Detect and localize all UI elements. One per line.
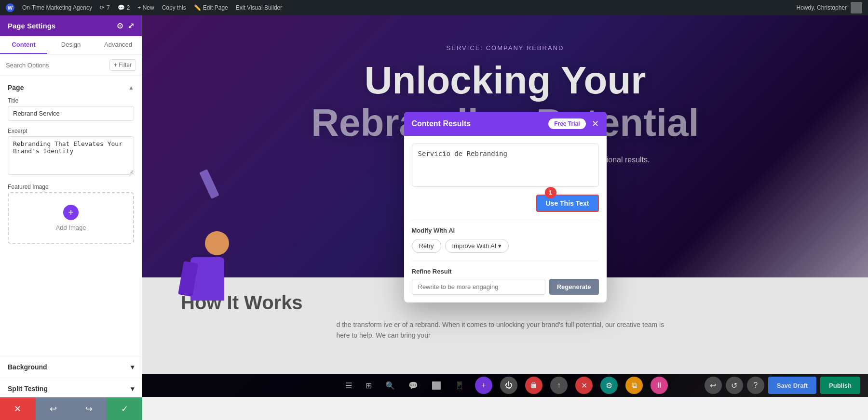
use-this-text-button[interactable]: Use This Text [536,195,599,212]
admin-bar: W On-Time Marketing Agency ⟳ 7 💬 2 + New… [0,0,868,15]
modal-overlay: Content Results Free Trial ✕ Servicio de… [142,15,868,397]
cancel-button[interactable]: ✕ [0,397,36,420]
excerpt-textarea[interactable]: Rebranding That Elevates Your Brand's Id… [8,136,134,175]
sidebar: Page Settings ⊙ ⤢ Content Design Advance… [0,15,142,420]
use-this-text-row: 1 Use This Text [412,195,599,212]
copy-this-button[interactable]: Copy this [162,4,186,11]
edit-page-button[interactable]: ✏️ Edit Page [194,4,228,11]
retry-button[interactable]: Retry [412,239,441,253]
modify-buttons: Retry Improve With AI ▾ [412,239,599,253]
wp-logo: W [6,3,14,12]
page-section-header[interactable]: Page ▲ [8,84,134,92]
content-results-modal: Content Results Free Trial ✕ Servicio de… [404,112,607,302]
admin-bar-right: Howdy, Christopher [797,2,862,13]
sidebar-content: Page ▲ Title Excerpt Rebranding That Ele… [0,76,142,356]
search-input[interactable] [6,62,106,69]
modal-title: Content Results [412,119,471,128]
refine-divider [412,261,599,261]
featured-image-label: Featured Image [8,184,134,190]
sidebar-title: Page Settings [8,22,55,30]
add-image-label: Add Image [56,224,86,231]
title-label: Title [8,97,134,104]
pending-count[interactable]: ⟳ 7 [100,4,110,11]
comments-count[interactable]: 💬 2 [118,4,130,11]
regenerate-button[interactable]: Regenerate [549,279,599,295]
redo-button[interactable]: ↪ [71,397,107,420]
new-button[interactable]: + New [137,4,154,11]
excerpt-label: Excerpt [8,128,134,134]
tab-content[interactable]: Content [0,36,47,54]
split-testing-section[interactable]: Split Testing ▾ [0,378,142,399]
refine-row: Regenerate [412,279,599,295]
confirm-button[interactable]: ✓ [107,397,142,420]
split-testing-label: Split Testing [8,385,48,393]
bottom-action-bar: ✕ ↩ ↪ ✓ [0,397,142,420]
tab-design[interactable]: Design [47,36,95,54]
refine-label: Refine Result [412,268,599,275]
main-layout: Page Settings ⊙ ⤢ Content Design Advance… [0,15,868,420]
sidebar-header: Page Settings ⊙ ⤢ [0,15,142,36]
badge-number: 1 [545,187,556,198]
howdy-text: Howdy, Christopher [797,4,847,11]
settings-icon[interactable]: ⊙ [117,21,123,30]
page-section: Page ▲ Title Excerpt Rebranding That Ele… [8,84,134,244]
sidebar-search-bar: + Filter [0,54,142,76]
modal-divider [412,220,599,220]
excerpt-field: Excerpt Rebranding That Elevates Your Br… [8,128,134,177]
page-section-chevron: ▲ [128,84,134,91]
modal-header: Content Results Free Trial ✕ [404,112,607,136]
title-field: Title [8,97,134,121]
add-image-plus-icon: + [63,205,79,220]
sidebar-header-icons: ⊙ ⤢ [117,21,134,30]
background-section[interactable]: Background ▾ [0,356,142,378]
split-testing-chevron: ▾ [131,385,134,393]
page-section-label: Page [8,84,24,92]
refine-input[interactable] [412,279,545,295]
background-label: Background [8,363,47,371]
modal-body: Servicio de Rebranding 1 Use This Text M… [404,136,607,302]
featured-image-upload[interactable]: + Add Image [8,192,134,244]
sidebar-tabs: Content Design Advanced [0,36,142,54]
modify-ai-label: Modify With AI [412,227,599,234]
main-content: SERVICE: COMPANY REBRAND Unlocking Your … [142,15,868,420]
modal-header-right: Free Trial ✕ [548,118,598,129]
background-chevron: ▾ [131,363,134,371]
undo-button[interactable]: ↩ [36,397,71,420]
wp-logo-item[interactable]: W [6,3,14,12]
free-trial-badge[interactable]: Free Trial [548,118,585,129]
tab-advanced[interactable]: Advanced [95,36,142,54]
user-avatar [851,2,862,13]
improve-with-ai-button[interactable]: Improve With AI ▾ [445,239,509,253]
website-preview: SERVICE: COMPANY REBRAND Unlocking Your … [142,15,868,397]
agency-name[interactable]: On-Time Marketing Agency [22,4,92,11]
featured-image-field: Featured Image + Add Image [8,184,134,244]
modal-close-button[interactable]: ✕ [592,119,599,128]
title-input[interactable] [8,106,134,121]
expand-icon[interactable]: ⤢ [128,21,134,30]
exit-builder-button[interactable]: Exit Visual Builder [236,4,283,11]
filter-button[interactable]: + Filter [109,59,136,71]
content-textarea[interactable]: Servicio de Rebranding [412,144,599,187]
dropdown-arrow-icon: ▾ [498,242,502,249]
